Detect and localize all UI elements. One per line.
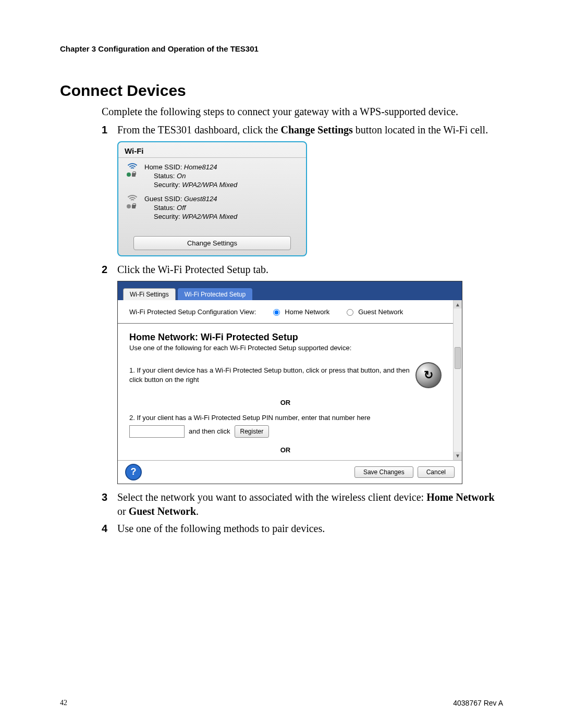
revision-label: 4038767 Rev A	[453, 699, 503, 707]
wps-step2-block: 2. If your client has a Wi-Fi Protected …	[118, 413, 453, 444]
register-button[interactable]: Register	[235, 425, 270, 438]
scroll-thumb[interactable]	[455, 347, 461, 369]
or-divider: OR	[118, 444, 453, 460]
step-number: 4	[102, 522, 117, 536]
label: Security:	[154, 181, 182, 189]
label: Security:	[154, 213, 182, 220]
guest-network-radio[interactable]	[347, 309, 353, 316]
home-security-value: WPA2/WPA Mixed	[182, 181, 237, 189]
wps-step1-row: 1. If your client device has a Wi-Fi Pro…	[118, 359, 453, 397]
wps-step2-text: 2. If your client has a Wi-Fi Protected …	[129, 413, 442, 423]
home-network-radio-label: Home Network	[285, 308, 329, 316]
step-number: 3	[102, 490, 117, 519]
config-view-row: Wi-Fi Protected Setup Configuration View…	[118, 300, 453, 324]
scroll-up-icon[interactable]: ▲	[454, 300, 462, 309]
wps-pin-input[interactable]	[129, 425, 185, 438]
wps-footer: ? Save Changes Cancel	[118, 461, 462, 484]
intro-text: Complete the following steps to connect …	[102, 105, 503, 119]
section-title: Connect Devices	[60, 82, 503, 100]
and-then-label: and then click	[189, 426, 230, 437]
wps-subheading: Use one of the following for each Wi-Fi …	[118, 344, 453, 359]
bold-text: Guest Network	[129, 505, 196, 517]
wifi-off-icon	[125, 195, 142, 212]
text-fragment: or	[117, 505, 129, 517]
wifi-card-title: Wi-Fi	[118, 142, 306, 158]
scroll-down-icon[interactable]: ▼	[454, 452, 462, 460]
bold-text: Home Network	[426, 491, 495, 503]
page-number: 42	[60, 699, 67, 707]
wps-push-button[interactable]: ↻	[415, 362, 442, 388]
guest-status-value: Off	[177, 204, 186, 212]
step-3: 3 Select the network you want to associa…	[102, 490, 503, 519]
step-2: 2 Click the Wi-Fi Protected Setup tab.	[102, 263, 503, 277]
wps-panel: Wi-Fi Settings Wi-Fi Protected Setup Wi-…	[117, 281, 462, 484]
label: Status:	[154, 204, 177, 212]
home-status-value: On	[177, 172, 186, 180]
tab-bar: Wi-Fi Settings Wi-Fi Protected Setup	[118, 281, 462, 300]
tab-wifi-settings[interactable]: Wi-Fi Settings	[123, 288, 176, 300]
step-1: 1 From the TES301 dashboard, click the C…	[102, 123, 503, 137]
bold-text: Change Settings	[280, 124, 352, 135]
wps-icon: ↻	[424, 368, 433, 382]
home-network-row: Home SSID: Home8124 Status: On Security:…	[125, 163, 300, 190]
cancel-button[interactable]: Cancel	[418, 466, 455, 478]
chapter-header: Chapter 3 Configuration and Operation of…	[60, 44, 503, 53]
scrollbar[interactable]: ▲ ▼	[453, 300, 462, 461]
help-icon[interactable]: ?	[125, 464, 142, 480]
step-text: Select the network you want to associate…	[117, 490, 503, 519]
guest-network-row: Guest SSID: Guest8124 Status: Off Securi…	[125, 195, 300, 221]
page-footer: 42 4038767 Rev A	[60, 699, 503, 707]
text-fragment: button located in the Wi-Fi cell.	[353, 124, 488, 135]
home-ssid-value: Home8124	[184, 163, 217, 171]
wifi-on-icon	[125, 163, 142, 180]
guest-network-radio-label: Guest Network	[358, 308, 403, 316]
change-settings-button[interactable]: Change Settings	[133, 236, 291, 250]
config-view-label: Wi-Fi Protected Setup Configuration View…	[129, 308, 256, 316]
step-4: 4 Use one of the following methods to pa…	[102, 522, 503, 536]
or-divider: OR	[118, 397, 453, 413]
guest-security-value: WPA2/WPA Mixed	[182, 213, 237, 220]
step-text: Click the Wi-Fi Protected Setup tab.	[117, 263, 503, 277]
step-number: 2	[102, 263, 117, 277]
label: Home SSID:	[144, 163, 184, 171]
home-network-radio[interactable]	[273, 309, 280, 316]
label: Guest SSID:	[144, 195, 184, 203]
save-changes-button[interactable]: Save Changes	[354, 466, 413, 478]
tab-wifi-protected-setup[interactable]: Wi-Fi Protected Setup	[178, 288, 252, 300]
step-text: From the TES301 dashboard, click the Cha…	[117, 123, 503, 137]
step-text: Use one of the following methods to pair…	[117, 522, 503, 536]
label: Status:	[154, 172, 177, 180]
text-fragment: .	[196, 505, 199, 517]
text-fragment: Select the network you want to associate…	[117, 491, 426, 503]
wifi-card: Wi-Fi Home SSID: Home8124 Status: On Sec…	[117, 141, 307, 256]
wps-heading: Home Network: Wi-Fi Protected Setup	[118, 324, 453, 344]
step-number: 1	[102, 123, 117, 137]
wps-step1-text: 1. If your client device has a Wi-Fi Pro…	[129, 366, 415, 385]
text-fragment: From the TES301 dashboard, click the	[117, 124, 280, 135]
guest-ssid-value: Guest8124	[184, 195, 217, 203]
